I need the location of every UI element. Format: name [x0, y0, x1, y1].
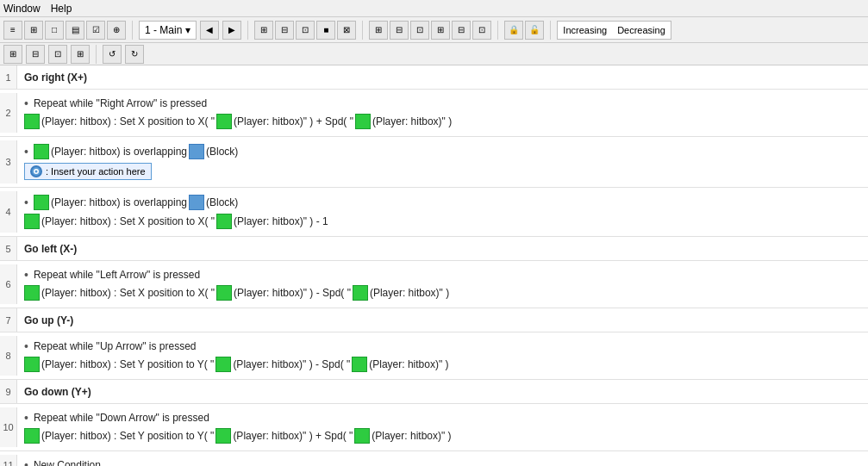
action-text: (Player: hitbox)" ) + Spd( " — [233, 430, 353, 442]
row-number: 4 — [0, 191, 17, 233]
menu-help[interactable]: Help — [51, 3, 72, 15]
object-block[interactable] — [216, 114, 232, 129]
object-block[interactable] — [24, 285, 40, 301]
bullet-icon: • — [24, 411, 28, 425]
action-text: (Player: hitbox)" ) — [372, 115, 452, 127]
toolbar-btn-lines[interactable]: ▤ — [66, 21, 84, 40]
section-title: Go up (Y-) — [24, 314, 73, 326]
toolbar-row1: ≡ ⊞ □ ▤ ☑ ⊕ 1 - Main ▾ ◀ ▶ ⊞ ⊟ ⊡ ■ ⊠ ⊞ ⊟… — [0, 17, 868, 43]
decreasing-button[interactable]: Decreasing — [612, 22, 671, 39]
object-block[interactable] — [34, 144, 49, 159]
table-row: 2 • Repeat while "Right Arrow" is presse… — [0, 90, 868, 137]
table-row: 10 • Repeat while "Down Arrow" is presse… — [0, 404, 868, 451]
tb2-btn-b[interactable]: ⊟ — [26, 45, 45, 64]
object-block[interactable] — [215, 428, 231, 444]
sub-row: • Repeat while "Down Arrow" is pressed — [17, 409, 868, 426]
object-block[interactable] — [24, 357, 40, 372]
scene-dropdown[interactable]: 1 - Main ▾ — [139, 21, 197, 40]
svg-point-1 — [35, 171, 38, 173]
condition-text: Repeat while "Left Arrow" is pressed — [34, 269, 200, 281]
nav-prev[interactable]: ◀ — [200, 21, 219, 40]
tooltip-row: : Insert your action here — [17, 161, 868, 182]
tb-btn-a[interactable]: ⊞ — [254, 21, 273, 40]
tb2-btn-d[interactable]: ⊞ — [71, 45, 90, 64]
action-text: (Player: hitbox)" ) — [372, 430, 451, 442]
tb2-btn-e[interactable]: ↺ — [103, 45, 122, 64]
object-block[interactable] — [189, 144, 204, 159]
row-content[interactable]: Go right (X+) — [17, 65, 868, 89]
object-block[interactable] — [189, 195, 204, 210]
table-row: 11 • New Condition — [0, 451, 868, 466]
sep1 — [132, 21, 133, 40]
tb2-btn-f[interactable]: ↻ — [125, 45, 144, 64]
tb2-btn-c[interactable]: ⊡ — [48, 45, 67, 64]
dropdown-arrow: ▾ — [185, 24, 190, 36]
tb-btn-j[interactable]: ⊟ — [452, 21, 471, 40]
tb-btn-l[interactable]: 🔒 — [504, 21, 523, 40]
tb-btn-d[interactable]: ■ — [316, 21, 335, 40]
insert-action-tooltip[interactable]: : Insert your action here — [24, 163, 152, 180]
toolbar-group3: ⊞ ⊟ ⊡ ⊞ ⊟ ⊡ — [369, 21, 491, 40]
increasing-button[interactable]: Increasing — [558, 22, 612, 39]
row-number: 7 — [0, 308, 17, 332]
condition-text: Repeat while "Down Arrow" is pressed — [34, 412, 209, 424]
sub-row: (Player: hitbox) : Set X position to X( … — [17, 212, 868, 231]
table-row: 8 • Repeat while "Up Arrow" is pressed (… — [0, 332, 868, 380]
tb-btn-f[interactable]: ⊞ — [369, 21, 388, 40]
tb-btn-k[interactable]: ⊡ — [472, 21, 491, 40]
tb-btn-i[interactable]: ⊞ — [431, 21, 450, 40]
row-content[interactable]: Go down (Y+) — [17, 380, 868, 403]
new-condition-text: New Condition — [34, 459, 101, 466]
tb-btn-b[interactable]: ⊟ — [275, 21, 294, 40]
bullet-icon: • — [24, 196, 28, 209]
toolbar-btn-table[interactable]: ⊞ — [24, 21, 43, 40]
sub-row: • Repeat while "Right Arrow" is pressed — [17, 95, 868, 112]
object-block[interactable] — [354, 428, 370, 444]
row-number: 2 — [0, 93, 17, 133]
condition-text: (Block) — [206, 196, 238, 208]
toolbar-btn-checklist[interactable]: ☑ — [86, 21, 105, 40]
object-block[interactable] — [216, 285, 232, 301]
object-block[interactable] — [216, 214, 232, 229]
object-block[interactable] — [24, 114, 40, 129]
row-content[interactable]: Go left (X-) — [17, 237, 868, 260]
action-text: (Player: hitbox)" ) — [370, 287, 449, 299]
object-block[interactable] — [353, 285, 368, 301]
toolbar-btn-box[interactable]: □ — [45, 21, 64, 40]
scene-label: 1 - Main — [145, 24, 182, 36]
nav-next[interactable]: ▶ — [222, 21, 241, 40]
tb-btn-h[interactable]: ⊡ — [410, 21, 429, 40]
object-block[interactable] — [34, 195, 49, 210]
menu-bar: Window Help — [0, 0, 868, 17]
tb-btn-c[interactable]: ⊡ — [296, 21, 315, 40]
object-block[interactable] — [24, 428, 40, 444]
sep4 — [497, 21, 498, 40]
action-text: (Player: hitbox)" ) - 1 — [234, 215, 328, 227]
sep6 — [96, 45, 97, 64]
object-block[interactable] — [352, 357, 367, 372]
bullet-icon: • — [24, 458, 28, 466]
sub-row: (Player: hitbox) : Set Y position to Y( … — [17, 355, 868, 374]
tb2-btn-a[interactable]: ⊞ — [3, 45, 22, 64]
tb-btn-e[interactable]: ⊠ — [337, 21, 356, 40]
action-text: (Player: hitbox) : Set X position to X( … — [41, 287, 215, 299]
row-number: 5 — [0, 237, 17, 260]
table-row: 9 Go down (Y+) — [0, 380, 868, 404]
toolbar-btn-arrow[interactable]: ⊕ — [107, 21, 126, 40]
tb-btn-g[interactable]: ⊟ — [390, 21, 409, 40]
action-text: (Player: hitbox) : Set X position to X( … — [41, 215, 215, 227]
condition-text: Repeat while "Right Arrow" is pressed — [34, 97, 207, 109]
toolbar-btn-grid[interactable]: ≡ — [3, 21, 22, 40]
row-number: 11 — [0, 455, 17, 466]
row-number: 3 — [0, 140, 17, 183]
object-block[interactable] — [355, 114, 371, 129]
sub-row: • (Player: hitbox) is overlapping (Block… — [17, 142, 868, 161]
tb-btn-m[interactable]: 🔓 — [525, 21, 544, 40]
row-content[interactable]: Go up (Y-) — [17, 308, 868, 332]
toolbar-group2: ⊞ ⊟ ⊡ ■ ⊠ — [254, 21, 356, 40]
bullet-icon: • — [24, 268, 28, 282]
menu-window[interactable]: Window — [3, 3, 41, 15]
object-block[interactable] — [24, 214, 40, 229]
object-block[interactable] — [215, 357, 231, 372]
action-text: (Player: hitbox) : Set Y position to Y( … — [41, 358, 214, 370]
